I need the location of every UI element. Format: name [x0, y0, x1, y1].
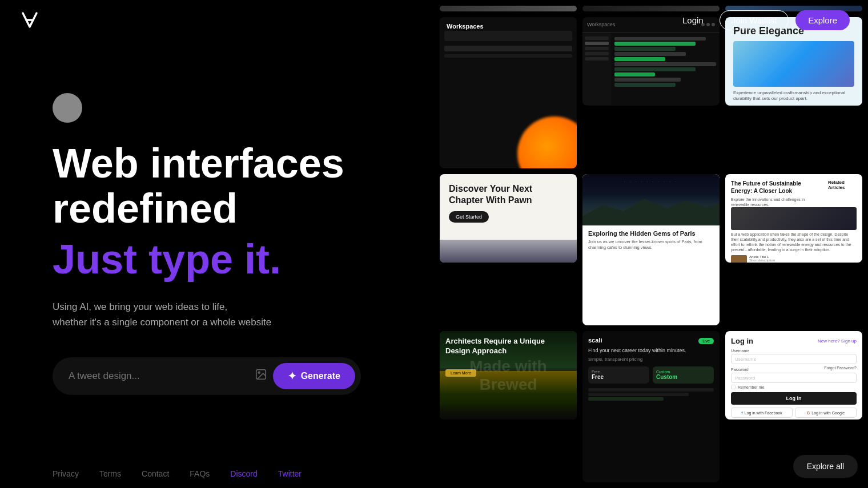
logo [18, 9, 41, 31]
elegance-text: Experience unparalleled craftsmanship an… [733, 90, 854, 102]
price-custom: Custom Custom [653, 366, 714, 384]
login-submit-btn[interactable]: Log in [731, 392, 857, 405]
nav-buttons: Login Join Waitlist Explore [673, 10, 850, 30]
login-social-buttons: f Log in with Facebook G Log in with Goo… [731, 408, 857, 418]
search-bar: ✦ Generate [53, 357, 361, 395]
header: Login Join Waitlist Explore [0, 0, 868, 40]
pawn-footer-bar [440, 240, 577, 263]
login-header: Log in New here? Sign up [731, 337, 857, 345]
login-new-signup[interactable]: New here? Sign up [818, 338, 857, 344]
ws-sidebar [582, 33, 611, 105]
svg-point-1 [258, 372, 260, 374]
article-title: The Future of Sustainable Energy: A Clos… [731, 180, 823, 195]
footer-contact[interactable]: Contact [142, 469, 169, 478]
facebook-icon: f [741, 411, 742, 415]
footer: Privacy Terms Contact FAQs Discord Twitt… [0, 459, 423, 488]
footer-faqs[interactable]: FAQs [190, 469, 210, 478]
join-waitlist-button[interactable]: Join Waitlist [720, 10, 789, 30]
login-google-btn[interactable]: G Log in with Google [795, 408, 857, 418]
gallery-card-career[interactable]: scali Live Find your next career today w… [582, 331, 720, 482]
explore-all-button[interactable]: Explore all [793, 455, 858, 478]
ws-grid [582, 33, 720, 105]
article-title-1: Article Title 1Short description [749, 255, 775, 263]
article-row-1: Article Title 1Short description [731, 255, 857, 263]
headline-accent: Just type it. [53, 236, 370, 283]
elegance-image [733, 41, 854, 87]
image-upload-icon[interactable] [255, 368, 267, 384]
login-password-label: Password [731, 368, 749, 372]
pricing-options: Free Free Custom Custom [588, 366, 714, 384]
career-badge: Live [698, 338, 714, 344]
ws-content [611, 33, 720, 105]
footer-discord[interactable]: Discord [230, 469, 257, 478]
gallery-card-architects[interactable]: Architects Require a Unique Design Appro… [440, 331, 577, 420]
hidden-gems-text: Exploring the Hidden Gems of Paris Join … [582, 225, 720, 255]
career-find-text: Find your next career today within minut… [588, 348, 714, 353]
scali-label: scali [588, 337, 602, 344]
orange-orb [517, 116, 577, 168]
search-input[interactable] [69, 370, 249, 382]
gallery-card-pawn[interactable]: Discover Your Next Chapter With Pawn Get… [440, 174, 577, 263]
footer-privacy[interactable]: Privacy [53, 469, 79, 478]
remember-label: Remember me [738, 385, 764, 389]
brewed-watermark: Made with Brewed [440, 357, 577, 394]
footer-twitter[interactable]: Twitter [278, 469, 302, 478]
remember-checkbox[interactable] [731, 385, 736, 389]
gallery-card-hidden-gems[interactable]: · · · · · · · · · · Exploring the Hidden… [582, 174, 720, 325]
login-facebook-btn[interactable]: f Log in with Facebook [731, 408, 793, 418]
gallery-panel: Workspaces Workspaces [434, 0, 868, 488]
login-password-field[interactable]: Password [731, 373, 857, 383]
gallery-row-2: Discover Your Next Chapter With Pawn Get… [440, 174, 862, 325]
sparkle-icon: ✦ [288, 370, 296, 382]
google-icon: G [807, 411, 810, 415]
article-text: Explore the innovations and challenges i… [731, 197, 823, 207]
headline-line1: Web interfaces redefined [53, 141, 370, 231]
article-main-thumb [731, 207, 857, 230]
login-forgot[interactable]: Forgot Password? [824, 366, 857, 371]
hero-section: Web interfaces redefined Just type it. U… [0, 0, 423, 488]
gallery-card-article[interactable]: The Future of Sustainable Energy: A Clos… [725, 174, 862, 263]
login-remember-me[interactable]: Remember me [731, 385, 857, 389]
pawn-cta-btn[interactable]: Get Started [449, 211, 489, 223]
avatar [53, 93, 82, 123]
explore-button[interactable]: Explore [795, 10, 850, 30]
generate-button[interactable]: ✦ Generate [273, 363, 355, 389]
sub-text: Using AI, we bring your web ideas to lif… [53, 299, 370, 330]
login-username-field[interactable]: Username [731, 354, 857, 364]
footer-terms[interactable]: Terms [99, 469, 121, 478]
gallery-card-login[interactable]: Log in New here? Sign up Username Userna… [725, 331, 862, 420]
pricing-label: Simple, transparent pricing [588, 357, 714, 362]
article-body: But a web application often takes the sh… [731, 232, 857, 252]
related-label: Related Articles [828, 180, 857, 207]
pawn-title: Discover Your Next Chapter With Pawn [449, 183, 568, 206]
login-title: Log in [731, 337, 753, 345]
login-button[interactable]: Login [673, 11, 713, 30]
price-free: Free Free [588, 366, 649, 384]
login-username-label: Username [731, 349, 857, 353]
